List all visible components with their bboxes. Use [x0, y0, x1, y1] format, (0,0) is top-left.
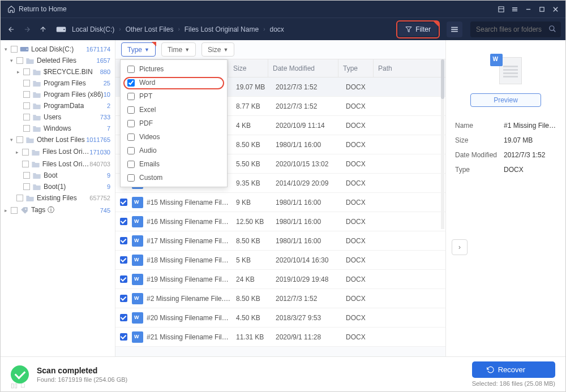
col-type[interactable]: Type [338, 59, 374, 77]
return-home-button[interactable]: Return to Home [7, 5, 67, 13]
breadcrumb: Local Disk(C:)› Other Lost Files› Files … [72, 25, 284, 33]
breadcrumb-item[interactable]: Files Lost Original Name [185, 25, 259, 33]
search-icon[interactable] [548, 25, 556, 33]
type-option[interactable]: Emails [121, 157, 227, 171]
preview-button[interactable]: Preview [470, 93, 541, 107]
file-word-icon [132, 293, 143, 304]
menu-lines-icon[interactable] [508, 2, 521, 16]
back-button[interactable] [5, 25, 18, 33]
size-label: Size [208, 46, 221, 54]
tree-item[interactable]: ▸Files Lost Origi... ⓘ171030 [1, 145, 115, 158]
type-option[interactable]: Word [121, 76, 227, 89]
row-checkbox[interactable] [120, 218, 127, 225]
minimize-button[interactable] [521, 2, 535, 16]
type-option[interactable]: PPT [121, 89, 227, 103]
table-row[interactable]: #19 Missing Filename File.docx24 KB2019/… [115, 270, 445, 289]
col-size[interactable]: Size [229, 59, 268, 77]
tree-item[interactable]: ▸$RECYCLE.BIN880 [1, 66, 115, 77]
table-row[interactable]: #2 Missing Filename File.docx8.50 KB2012… [115, 289, 445, 308]
type-option[interactable]: PDF [121, 117, 227, 130]
time-label: Time [168, 46, 182, 54]
type-filter-button[interactable]: Type ▼ [121, 42, 156, 57]
breadcrumb-item[interactable]: Other Lost Files [126, 25, 174, 33]
scan-summary: Found: 1671919 file (254.06 GB) [37, 376, 127, 383]
tree-item[interactable]: Boot9 [1, 170, 115, 181]
toolbar: Type ▼ Time▼ Size▼ [115, 40, 445, 59]
tree-item[interactable]: ▾Local Disk(C:)1671174 [1, 44, 115, 55]
preview-panel: Preview Name#1 Missing Filena...Size19.0… [445, 40, 565, 356]
layout-icon[interactable] [494, 2, 508, 16]
tree-item[interactable]: ProgramData2 [1, 100, 115, 111]
file-word-icon [132, 331, 143, 343]
recover-label: Recover [498, 365, 525, 374]
type-option[interactable]: Custom [121, 171, 227, 184]
forward-button[interactable] [21, 25, 33, 33]
navbar: Local Disk(C:)› Other Lost Files› Files … [1, 18, 565, 40]
tree-item[interactable]: Program Files (x86)10 [1, 89, 115, 100]
time-filter-button[interactable]: Time▼ [161, 42, 196, 57]
row-checkbox[interactable] [120, 199, 127, 206]
word-icon [490, 54, 503, 66]
next-button[interactable]: › [452, 239, 468, 255]
col-date[interactable]: Date Modified [268, 59, 338, 77]
recover-button[interactable]: Recover [472, 361, 555, 378]
tree-item[interactable]: ▸Tags ⓘ745 [1, 204, 115, 217]
file-word-icon [132, 235, 143, 247]
breadcrumb-item[interactable]: Local Disk(C:) [72, 25, 114, 33]
preview-property: Name#1 Missing Filena... [455, 118, 556, 133]
row-checkbox[interactable] [120, 275, 127, 283]
preview-thumb [490, 54, 522, 85]
search-input[interactable] [470, 21, 561, 37]
type-option[interactable]: Pictures [121, 62, 227, 76]
row-checkbox[interactable] [120, 295, 127, 302]
type-option[interactable]: Audio [121, 144, 227, 157]
size-filter-button[interactable]: Size▼ [201, 42, 234, 57]
table-row[interactable]: #20 Missing Filename File.docx4.50 KB201… [115, 308, 445, 328]
col-path[interactable]: Path [374, 59, 445, 77]
scan-status: Scan completed [37, 366, 127, 375]
table-scrollbar[interactable] [441, 59, 444, 229]
filter-highlight: Filter [396, 20, 440, 38]
check-icon [11, 365, 29, 384]
breadcrumb-item[interactable]: docx [269, 25, 284, 33]
svg-line-15 [554, 29, 556, 32]
selected-info: Selected: 186 files (25.08 MB) [472, 380, 555, 387]
table-row[interactable]: #17 Missing Filename File.docx8.50 KB198… [115, 231, 445, 251]
tree-item[interactable]: Files Lost Original ...840703 [1, 158, 115, 170]
tree-item[interactable]: ▾Other Lost Files1011765 [1, 134, 115, 145]
type-option[interactable]: Videos [121, 130, 227, 144]
footer-controls[interactable]: ▯▯ □ [11, 382, 25, 389]
table-row[interactable]: #16 Missing Filename File.docx12.50 KB19… [115, 212, 445, 231]
tree-item[interactable]: Existing Files657752 [1, 192, 115, 204]
list-options-button[interactable] [447, 21, 462, 37]
disk-icon [56, 25, 66, 33]
file-word-icon [132, 197, 143, 208]
tree-item[interactable]: Users733 [1, 111, 115, 123]
maximize-button[interactable] [535, 2, 548, 16]
filter-button[interactable]: Filter [398, 23, 438, 36]
svg-point-17 [27, 49, 28, 50]
titlebar: Return to Home [1, 1, 565, 18]
table-row[interactable]: #18 Missing Filename File.docx5 KB2020/1… [115, 251, 445, 270]
tree-item[interactable]: ▾Deleted Files1657 [1, 55, 115, 66]
close-button[interactable] [548, 2, 562, 16]
type-option[interactable]: Excel [121, 103, 227, 117]
tree-item[interactable]: Boot(1)9 [1, 181, 115, 192]
row-checkbox[interactable] [120, 314, 127, 321]
svg-point-10 [63, 28, 65, 29]
table-row[interactable]: #21 Missing Filename File.docx11.31 KB20… [115, 328, 445, 347]
type-label: Type [127, 46, 142, 54]
tree-item[interactable]: Program Files25 [1, 77, 115, 89]
home-icon [7, 5, 15, 13]
row-checkbox[interactable] [120, 333, 127, 341]
recover-icon [487, 366, 495, 374]
up-button[interactable] [37, 25, 49, 33]
row-checkbox[interactable] [120, 256, 127, 264]
filter-icon [405, 26, 412, 33]
return-home-label: Return to Home [19, 5, 67, 13]
row-checkbox[interactable] [120, 237, 127, 244]
tree-item[interactable]: Windows7 [1, 123, 115, 134]
sidebar-tree: ▾Local Disk(C:)1671174▾Deleted Files1657… [1, 40, 115, 356]
table-row[interactable]: #15 Missing Filename File.docx9 KB1980/1… [115, 193, 445, 212]
footer: Scan completed Found: 1671919 file (254.… [1, 356, 565, 391]
